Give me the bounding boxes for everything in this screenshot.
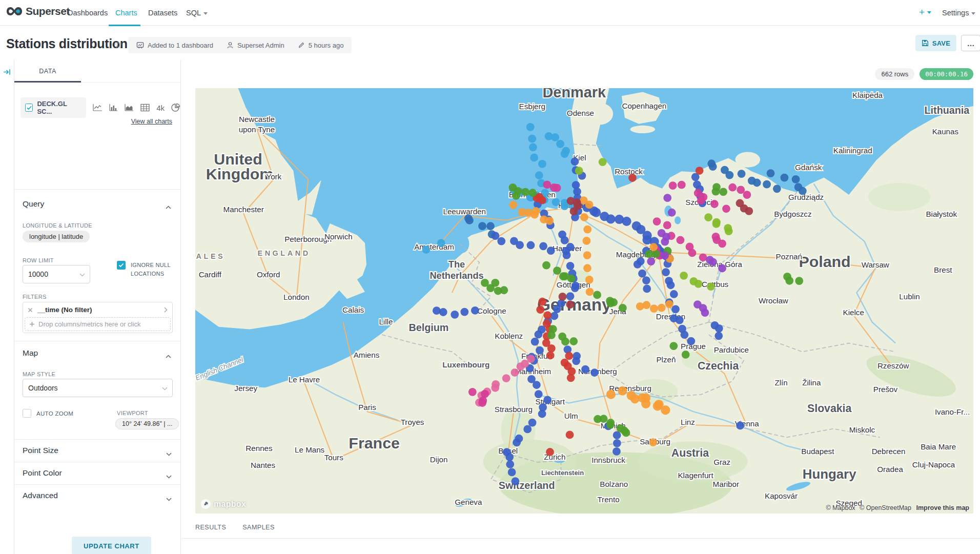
svg-text:London: London [283, 293, 310, 301]
station-point [439, 308, 447, 316]
svg-text:Bydgoszcz: Bydgoszcz [774, 210, 811, 218]
station-point [714, 332, 723, 340]
station-point [500, 286, 508, 294]
station-point [486, 284, 495, 292]
svg-text:Strasbourg: Strasbourg [495, 405, 533, 414]
station-point [559, 293, 567, 301]
station-point [642, 276, 650, 284]
station-point [545, 217, 554, 225]
station-point [546, 352, 555, 360]
bar-chart-icon[interactable] [109, 104, 118, 112]
expand-datasource-icon[interactable] [3, 68, 11, 78]
mapbox-logo[interactable]: mapbox [200, 499, 246, 509]
station-point [663, 194, 671, 202]
station-point [634, 260, 642, 269]
viz-type-row: DECK.GL SC... 4k [21, 97, 180, 118]
svg-text:Kaposvár: Kaposvár [765, 491, 798, 500]
svg-text:Lithuania: Lithuania [925, 105, 970, 116]
svg-text:Maribor: Maribor [713, 480, 739, 488]
nav-datasets[interactable]: Datasets [148, 0, 177, 26]
station-point [529, 143, 537, 151]
dashboards-meta[interactable]: Added to 1 dashboard [136, 42, 213, 49]
station-point [670, 290, 678, 298]
owner-meta[interactable]: Superset Admin [227, 42, 284, 49]
station-point [715, 324, 723, 333]
nav-charts[interactable]: Charts [115, 0, 137, 26]
svg-text:Le Mans: Le Mans [295, 445, 325, 454]
ignore-null-checkbox[interactable] [117, 261, 126, 270]
viz-type-button[interactable]: DECK.GL SC... [21, 97, 86, 118]
filters-drop-zone[interactable]: Drop columns/metrics here or click [25, 317, 171, 331]
station-point [677, 236, 685, 244]
area-chart-icon[interactable] [125, 104, 134, 112]
svg-text:Žilina: Žilina [802, 378, 821, 387]
row-limit-select[interactable]: 10000 [23, 265, 90, 283]
station-point [538, 196, 546, 204]
nav-sql[interactable]: SQL [186, 0, 208, 26]
viewport-value-pill[interactable]: 10° 24' 49.86" | ... [115, 418, 179, 429]
new-item-button[interactable]: + [919, 0, 931, 26]
station-point [571, 157, 579, 166]
viz-4k-label[interactable]: 4k [156, 104, 165, 112]
line-chart-icon[interactable] [93, 104, 103, 112]
station-point [681, 331, 689, 339]
chevron-down-icon [166, 471, 172, 481]
viz-selected-checkbox [25, 104, 33, 112]
divider [14, 341, 181, 341]
station-point [743, 191, 751, 199]
station-point [538, 298, 546, 306]
map-attribution[interactable]: © Mapbox © OpenStreetMap Improve this ma… [826, 504, 969, 511]
top-nav: Superset Dashboards Charts Datasets SQL … [0, 0, 980, 26]
svg-text:Paris: Paris [358, 403, 376, 412]
infinity-logo-icon [6, 6, 23, 17]
superset-logo[interactable]: Superset [6, 5, 70, 17]
station-point [528, 135, 536, 143]
tab-data[interactable]: DATA [14, 60, 81, 83]
station-point [650, 304, 658, 313]
improve-map-link[interactable]: Improve this map [916, 504, 970, 511]
deckgl-scatter-map[interactable]: DenmarkUnitedKingdomGermanyPolandFranceB… [195, 88, 973, 514]
station-point [521, 188, 529, 196]
modified-meta[interactable]: 5 hours ago [298, 42, 344, 49]
chevron-up-icon[interactable] [166, 351, 171, 360]
section-point-color[interactable]: Point Color [14, 462, 181, 485]
tab-samples[interactable]: SAMPLES [242, 524, 275, 537]
svg-text:WALES: WALES [195, 252, 225, 260]
update-chart-button[interactable]: UPDATE CHART [72, 537, 151, 554]
svg-text:Luxembourg: Luxembourg [442, 360, 489, 369]
section-advanced[interactable]: Advanced [14, 485, 181, 507]
row-limit-label: ROW LIMIT [23, 257, 54, 263]
nav-dashboards[interactable]: Dashboards [68, 0, 108, 26]
settings-menu[interactable]: Settings [942, 0, 975, 26]
auto-zoom-checkbox[interactable] [23, 409, 31, 418]
chevron-up-icon[interactable] [166, 202, 171, 211]
svg-text:Czechia: Czechia [698, 360, 739, 372]
station-point [649, 438, 657, 446]
favorite-star-icon[interactable]: ☆ [114, 39, 122, 51]
map-section-title: Map [23, 348, 38, 358]
station-point [583, 264, 591, 272]
station-point [653, 401, 662, 411]
station-point [590, 368, 599, 377]
station-point [583, 225, 591, 234]
view-all-charts-link[interactable]: View all charts [131, 118, 172, 125]
more-actions-button[interactable]: … [961, 35, 980, 51]
station-point [570, 208, 578, 216]
station-point [539, 242, 547, 250]
table-icon[interactable] [140, 104, 150, 112]
station-point [612, 447, 621, 456]
station-point [642, 301, 650, 309]
save-button[interactable]: SAVE [915, 35, 956, 51]
svg-text:Manchester: Manchester [223, 205, 264, 214]
filter-time-pill[interactable]: __time (No filter) [25, 304, 171, 316]
svg-text:Rostock: Rostock [615, 167, 643, 176]
pie-chart-icon[interactable] [171, 103, 180, 112]
station-point [561, 236, 569, 244]
svg-text:Kaliningrad: Kaliningrad [833, 146, 872, 155]
remove-filter-icon[interactable] [28, 307, 33, 313]
filters-label: FILTERS [23, 294, 47, 300]
tab-results[interactable]: RESULTS [195, 524, 226, 537]
lonlat-value-pill[interactable]: longitude | latitude [23, 231, 90, 242]
map-style-select[interactable]: Outdoors [23, 379, 173, 397]
section-point-size[interactable]: Point Size [14, 440, 181, 462]
